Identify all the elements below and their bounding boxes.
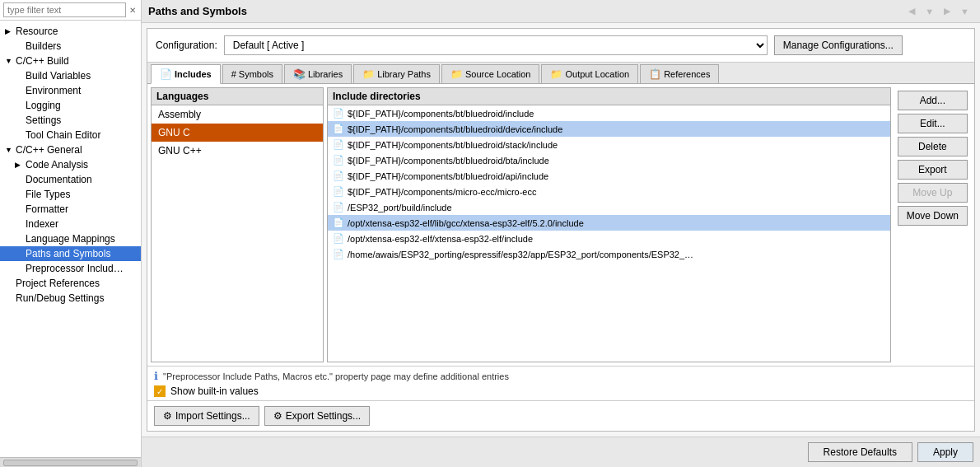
folder-icon: 📄 (333, 155, 344, 166)
sidebar-item-label-cpp-general: C/C++ General (16, 144, 82, 156)
tab-source-location[interactable]: 📁Source Location (441, 64, 540, 83)
tab-libraries[interactable]: 📚Libraries (284, 64, 352, 83)
sidebar-item-code-analysis[interactable]: ▶Code Analysis (0, 157, 141, 172)
directory-item[interactable]: 📄/ESP32_port/build/include (328, 199, 890, 215)
directory-item[interactable]: 📄/opt/xtensa-esp32-elf/lib/gcc/xtensa-es… (328, 215, 890, 231)
language-item[interactable]: GNU C (152, 124, 323, 142)
tab-icon-libraries: 📚 (293, 68, 306, 80)
tab-icon-references: 📋 (649, 68, 661, 80)
edit-button[interactable]: Edit... (898, 114, 968, 133)
sidebar-item-environment[interactable]: Environment (0, 83, 141, 98)
tab-label-library-paths: Library Paths (377, 69, 431, 79)
sidebar-item-formatter[interactable]: Formatter (0, 202, 141, 217)
sidebar-item-paths-and-symbols[interactable]: Paths and Symbols (0, 246, 141, 261)
clear-filter-icon[interactable]: ✕ (128, 6, 138, 15)
tab-label-libraries: Libraries (308, 69, 343, 79)
sidebar-item-label-formatter: Formatter (26, 203, 68, 215)
sidebar-item-file-types[interactable]: File Types (0, 187, 141, 202)
tab-label-source-location: Source Location (465, 69, 531, 79)
config-label: Configuration: (156, 40, 217, 51)
info-text: "Preprocessor Include Paths, Macros etc.… (163, 371, 509, 381)
tab-references[interactable]: 📋References (640, 64, 719, 83)
tab-label-output-location: Output Location (565, 69, 629, 79)
apply-button[interactable]: Apply (917, 442, 973, 462)
import-icon: ⚙ (163, 410, 172, 422)
manage-configurations-button[interactable]: Manage Configurations... (774, 35, 903, 55)
directory-item[interactable]: 📄${IDF_PATH}/components/bt/bluedroid/bta… (328, 152, 890, 168)
sidebar-item-label-run-debug-settings: Run/Debug Settings (16, 292, 104, 304)
sidebar-item-label-tool-chain-editor: Tool Chain Editor (26, 129, 100, 141)
expand-arrow-cpp-build: ▼ (5, 57, 13, 65)
sidebar-item-language-mappings[interactable]: Language Mappings (0, 231, 141, 246)
sidebar-tree: ▶Resource Builders▼C/C++ Build Build Var… (0, 21, 141, 457)
export-button[interactable]: Export (898, 160, 968, 180)
config-select[interactable]: Default [ Active ] (224, 35, 768, 55)
delete-button[interactable]: Delete (898, 137, 968, 156)
tabs-row: 📄Includes# Symbols📚Libraries📁Library Pat… (147, 63, 974, 84)
sidebar-item-build-variables[interactable]: Build Variables (0, 68, 141, 83)
sidebar-item-logging[interactable]: Logging (0, 98, 141, 113)
move-up-button[interactable]: Move Up (898, 183, 968, 203)
directory-label: ${IDF_PATH}/components/bt/bluedroid/bta/… (348, 156, 549, 166)
sidebar-item-label-indexer: Indexer (26, 218, 58, 230)
tab-label-includes: Includes (175, 69, 212, 79)
nav-icons: ◀ ▼ ▶ ▼ (904, 3, 973, 19)
sidebar-item-settings[interactable]: Settings (0, 113, 141, 128)
sidebar-item-resource[interactable]: ▶Resource (0, 24, 141, 39)
dir-header: Include directories (328, 88, 890, 105)
sidebar-item-cpp-build[interactable]: ▼C/C++ Build (0, 54, 141, 68)
folder-icon: 📄 (333, 233, 344, 244)
dropdown-forward-button[interactable]: ▼ (956, 4, 973, 19)
directory-item[interactable]: 📄${IDF_PATH}/components/bt/bluedroid/sta… (328, 137, 890, 152)
language-item[interactable]: Assembly (152, 105, 323, 124)
sidebar-item-cpp-general[interactable]: ▼C/C++ General (0, 142, 141, 157)
sidebar-item-label-builders: Builders (26, 40, 61, 52)
checkbox-icon[interactable]: ✓ (154, 385, 166, 397)
sidebar-item-run-debug-settings[interactable]: Run/Debug Settings (0, 291, 141, 306)
directory-item[interactable]: 📄/opt/xtensa-esp32-elf/xtensa-esp32-elf/… (328, 231, 890, 246)
directory-label: /ESP32_port/build/include (348, 203, 452, 212)
tab-symbols[interactable]: # Symbols (222, 64, 282, 83)
folder-icon: 📄 (333, 186, 344, 197)
tab-output-location[interactable]: 📁Output Location (541, 64, 638, 83)
tab-library-paths[interactable]: 📁Library Paths (353, 64, 440, 83)
export-settings-button[interactable]: ⚙ Export Settings... (264, 406, 370, 426)
bottom-area: ℹ "Preprocessor Include Paths, Macros et… (147, 366, 974, 400)
dropdown-back-button[interactable]: ▼ (921, 4, 938, 19)
tab-includes[interactable]: 📄Includes (151, 64, 221, 84)
sidebar-item-indexer[interactable]: Indexer (0, 217, 141, 231)
directory-item[interactable]: 📄/home/awais/ESP32_porting/espressif/esp… (328, 246, 890, 262)
tab-label-references: References (664, 69, 710, 79)
tab-icon-output-location: 📁 (550, 68, 562, 80)
tab-icon-library-paths: 📁 (362, 68, 375, 80)
move-down-button[interactable]: Move Down (898, 206, 968, 226)
import-settings-button[interactable]: ⚙ Import Settings... (154, 406, 259, 426)
sidebar-item-project-references[interactable]: Project References (0, 276, 141, 291)
expand-arrow-cpp-general: ▼ (5, 146, 13, 154)
sidebar-item-documentation[interactable]: Documentation (0, 172, 141, 187)
directory-item[interactable]: 📄${IDF_PATH}/components/bt/bluedroid/inc… (328, 105, 890, 121)
directory-item[interactable]: 📄${IDF_PATH}/components/micro-ecc/micro-… (328, 184, 890, 199)
forward-button[interactable]: ▶ (940, 3, 954, 19)
sidebar-item-tool-chain-editor[interactable]: Tool Chain Editor (0, 128, 141, 142)
directory-item[interactable]: 📄${IDF_PATH}/components/bt/bluedroid/api… (328, 168, 890, 184)
directory-item[interactable]: 📄${IDF_PATH}/components/bt/bluedroid/dev… (328, 121, 890, 137)
folder-icon: 📄 (333, 202, 344, 212)
content-area: Paths and Symbols ◀ ▼ ▶ ▼ Configuration:… (142, 0, 980, 467)
add-button[interactable]: Add... (898, 91, 968, 110)
sidebar-scrollbar[interactable] (0, 457, 141, 467)
directory-label: ${IDF_PATH}/components/bt/bluedroid/devi… (348, 124, 562, 134)
folder-icon: 📄 (333, 217, 344, 228)
sidebar-item-label-paths-and-symbols: Paths and Symbols (26, 248, 110, 259)
filter-input[interactable] (3, 2, 126, 17)
info-line: ℹ "Preprocessor Include Paths, Macros et… (154, 370, 968, 382)
sidebar-item-preprocessor-include[interactable]: Preprocessor Includ… (0, 261, 141, 276)
language-item[interactable]: GNU C++ (152, 142, 323, 160)
directory-label: ${IDF_PATH}/components/bt/bluedroid/api/… (348, 171, 548, 181)
back-button[interactable]: ◀ (904, 3, 919, 19)
tab-icon-includes: 📄 (160, 68, 172, 80)
restore-defaults-button[interactable]: Restore Defaults (808, 442, 912, 462)
directory-label: /opt/xtensa-esp32-elf/lib/gcc/xtensa-esp… (348, 218, 584, 228)
export-settings-icon: ⚙ (273, 410, 282, 422)
sidebar-item-builders[interactable]: Builders (0, 39, 141, 54)
